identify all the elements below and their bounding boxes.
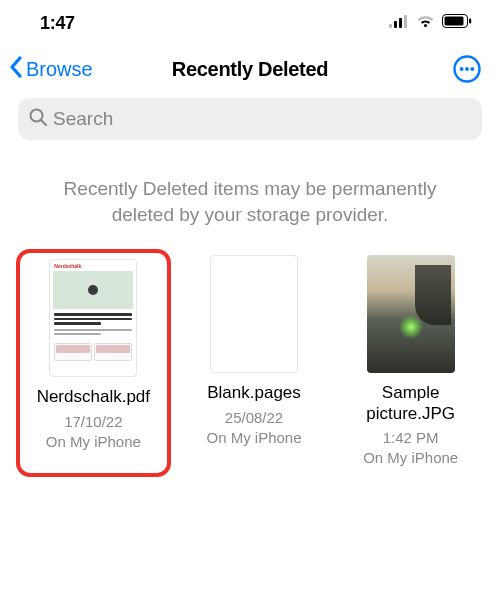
file-location: On My iPhone [363,448,458,468]
file-location: On My iPhone [46,432,141,452]
file-date: 17/10/22 [64,412,122,432]
file-item-sample-picture[interactable]: Sample picture.JPG 1:42 PM On My iPhone [337,249,484,476]
back-label: Browse [26,58,93,81]
more-options-button[interactable] [452,54,482,84]
file-thumbnail [367,255,455,373]
svg-rect-2 [399,18,402,28]
file-item-nerdschalk[interactable]: Nerdschalk Nerdschalk.pdf 17/10/22 On My… [16,249,171,476]
svg-rect-7 [469,19,471,24]
status-bar: 1:47 [0,0,500,42]
back-button[interactable]: Browse [8,55,93,84]
wifi-icon [416,14,435,32]
file-date: 25/08/22 [225,408,283,428]
svg-point-10 [465,67,469,71]
svg-rect-3 [404,15,407,28]
file-item-blank[interactable]: Blank.pages 25/08/22 On My iPhone [181,249,328,476]
svg-rect-6 [445,17,464,26]
svg-point-9 [460,67,464,71]
svg-rect-0 [389,24,392,28]
svg-point-4 [424,24,427,27]
ellipsis-circle-icon [452,54,482,84]
file-location: On My iPhone [206,428,301,448]
svg-line-13 [41,120,46,125]
file-thumbnail: Nerdschalk [49,259,137,377]
files-grid: Nerdschalk Nerdschalk.pdf 17/10/22 On My… [0,249,500,476]
file-name: Nerdschalk.pdf [37,387,150,407]
search-input[interactable]: Search [18,98,482,140]
info-banner: Recently Deleted items may be permanentl… [0,150,500,249]
chevron-left-icon [8,55,24,84]
svg-rect-1 [394,21,397,28]
file-date: 1:42 PM [383,428,439,448]
search-icon [28,107,48,131]
battery-icon [442,14,472,32]
nav-bar: Browse Recently Deleted [0,42,500,94]
cellular-signal-icon [389,14,409,32]
file-name: Sample picture.JPG [341,383,480,424]
status-time: 1:47 [40,13,75,34]
status-icons [389,14,472,32]
svg-point-11 [470,67,474,71]
page-title: Recently Deleted [172,58,328,81]
file-thumbnail [210,255,298,373]
file-name: Blank.pages [207,383,301,403]
search-placeholder: Search [53,108,113,130]
